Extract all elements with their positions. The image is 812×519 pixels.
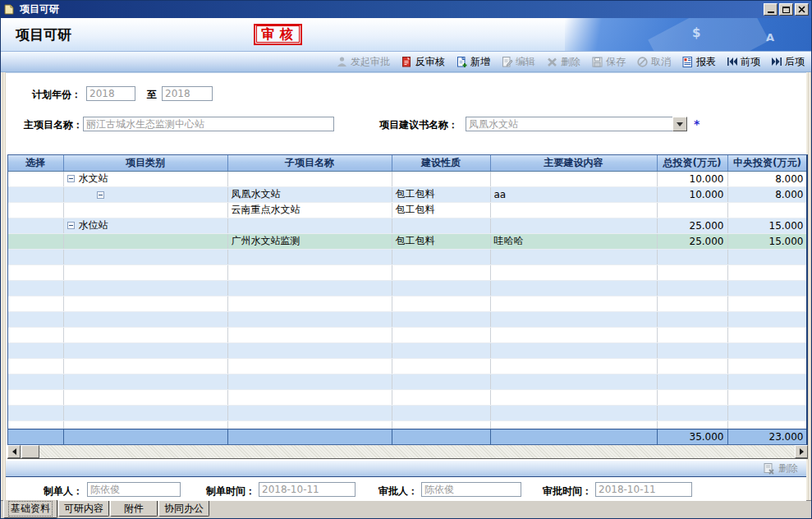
table-row[interactable]: 水位站25.00015.000 [8, 218, 807, 233]
collapse-toggle-icon[interactable] [67, 175, 75, 182]
save-label: 保存 [606, 55, 626, 69]
subproject-cell [227, 405, 392, 420]
central-cell [727, 389, 807, 405]
main-project-input[interactable] [83, 117, 334, 131]
table-row[interactable]: 水文站10.0008.000 [8, 171, 807, 186]
nature-cell [392, 374, 490, 389]
table-row[interactable] [8, 358, 807, 374]
table-row[interactable] [8, 296, 807, 311]
table-row[interactable] [8, 342, 807, 358]
maker-input[interactable] [87, 482, 181, 497]
table-row[interactable] [8, 264, 807, 280]
delete-x-icon [546, 56, 558, 68]
plan-year-from-input[interactable] [86, 86, 135, 101]
letter-a-glyph: A [766, 31, 774, 44]
nature-cell-total [392, 429, 490, 444]
table-row[interactable] [8, 249, 807, 264]
table-row[interactable] [8, 405, 807, 420]
titlebar[interactable]: 项目可研 [1, 1, 811, 18]
proposal-name-input[interactable] [466, 117, 672, 131]
central-cell [727, 311, 807, 327]
table-row[interactable] [8, 280, 807, 296]
table-row[interactable]: 广州水文站监测包工包料哇哈哈25.00015.000 [8, 233, 807, 249]
to-label: 至 [147, 88, 157, 102]
category-cell [63, 374, 227, 389]
grid-delete-label: 删除 [778, 462, 798, 475]
dropdown-button[interactable] [672, 117, 687, 131]
footer-form: 制单人： 制单时间： 审批人： 审批时间： [6, 478, 806, 501]
tab-attachment[interactable]: 附件 [110, 501, 158, 517]
anti-audit-button[interactable]: 反审核 [401, 55, 445, 69]
next-item-button[interactable]: 后项 [771, 55, 805, 69]
category-cell-total [63, 429, 227, 444]
column-header-4: 主要建设内容 [490, 155, 657, 171]
table-row[interactable]: 凤凰水文站包工包料aa10.0008.000 [8, 186, 807, 202]
collapse-toggle-icon[interactable] [97, 191, 104, 199]
grid-delete-icon [763, 462, 775, 475]
subproject-cell [227, 264, 392, 280]
total-cell [657, 374, 727, 389]
minimize-icon [768, 11, 774, 13]
central-cell [727, 202, 807, 218]
select-cell [8, 280, 63, 296]
prev-item-button[interactable]: 前项 [727, 55, 760, 69]
tab-basic-data-label: 基础资料 [9, 502, 52, 516]
nature-cell: 包工包料 [392, 202, 490, 218]
category-cell [63, 186, 227, 202]
nature-cell [392, 280, 490, 296]
tab-collaboration[interactable]: 协同办公 [158, 501, 209, 517]
table-row[interactable] [8, 389, 807, 405]
select-cell [8, 171, 63, 186]
scroll-right-button[interactable] [795, 445, 808, 458]
category-cell [63, 327, 227, 342]
table-row[interactable] [8, 311, 807, 327]
tab-feasibility-content[interactable]: 可研内容 [58, 501, 109, 517]
cancel-button: 取消 [636, 55, 671, 69]
maker-time-input[interactable] [259, 482, 356, 497]
tab-basic-data[interactable]: 基础资料 [3, 500, 57, 518]
category-cell [63, 405, 227, 420]
category-cell [63, 296, 227, 311]
subproject-cell [227, 171, 392, 186]
table-row[interactable]: 云南重点水文站包工包料 [8, 202, 807, 218]
close-button[interactable] [795, 3, 809, 16]
total-cell [657, 327, 727, 342]
maximize-button[interactable] [779, 3, 793, 16]
close-icon [798, 6, 805, 13]
content-cell [490, 311, 657, 327]
select-cell [8, 327, 63, 342]
content-cell-total [490, 429, 657, 444]
proposal-name-combobox[interactable] [466, 117, 687, 131]
select-cell [8, 358, 63, 374]
table-row[interactable] [8, 327, 807, 342]
approver-input[interactable] [421, 482, 521, 497]
nature-cell [392, 311, 490, 327]
project-grid: 选择项目类别子项目名称建设性质主要建设内容总投资(万元)中央投资(万元)水文站1… [7, 154, 808, 445]
total-cell [657, 296, 727, 311]
content-cell [490, 280, 657, 296]
tab-collaboration-label: 协同办公 [164, 502, 204, 516]
total-cell [657, 249, 727, 264]
table-row[interactable] [8, 374, 807, 389]
collapse-toggle-icon[interactable] [67, 222, 75, 229]
add-button[interactable]: 新增 [456, 55, 490, 69]
category-cell [63, 311, 227, 327]
main-area: 计划年份： 至 主项目名称： 项目建议书名称： * 选择项目类别子项目名称建设性… [1, 72, 811, 500]
content-cell: 哇哈哈 [490, 233, 657, 249]
plan-year-to-input[interactable] [162, 86, 213, 101]
central-cell [727, 342, 807, 358]
total-cell [657, 202, 727, 218]
approve-time-input[interactable] [595, 482, 692, 497]
scrollbar-thumb[interactable] [21, 445, 39, 458]
scroll-left-button[interactable] [7, 445, 21, 458]
horizontal-scrollbar[interactable] [7, 445, 808, 459]
save-button: 保存 [591, 55, 626, 69]
cancel-label: 取消 [651, 55, 671, 69]
plan-year-label: 计划年份： [14, 88, 81, 102]
nature-cell [392, 358, 490, 374]
add-doc-icon [456, 56, 468, 68]
scroll-right-icon [800, 448, 807, 455]
report-button[interactable]: 报表 [681, 55, 716, 69]
minimize-button[interactable] [764, 3, 778, 16]
column-header-1: 项目类别 [63, 155, 227, 171]
